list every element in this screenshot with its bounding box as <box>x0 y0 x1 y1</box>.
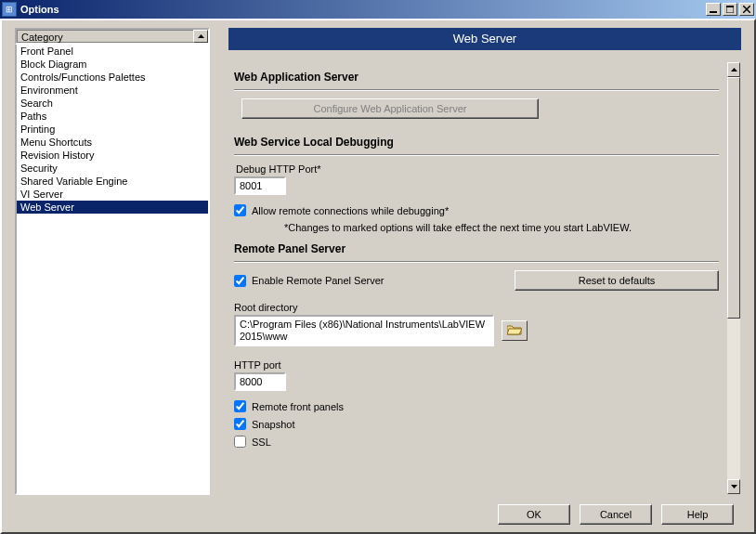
restart-note: *Changes to marked options will take eff… <box>284 222 719 233</box>
window-title: Options <box>20 4 704 15</box>
divider <box>234 154 719 156</box>
app-icon: ⊞ <box>2 2 17 17</box>
allow-remote-checkbox[interactable] <box>234 204 246 216</box>
title-bar: ⊞ Options <box>0 0 756 19</box>
category-item-menu-shortcuts[interactable]: Menu Shortcuts <box>17 136 208 149</box>
cancel-button[interactable]: Cancel <box>580 504 652 525</box>
page-title: Web Server <box>228 28 741 50</box>
scroll-up-button[interactable] <box>727 62 740 77</box>
category-item-environment[interactable]: Environment <box>17 84 208 97</box>
svg-marker-9 <box>731 485 737 488</box>
category-item-revision-history[interactable]: Revision History <box>17 149 208 162</box>
svg-marker-8 <box>731 68 737 72</box>
category-item-block-diagram[interactable]: Block Diagram <box>17 58 208 71</box>
snapshot-checkbox[interactable] <box>234 418 246 430</box>
category-item-web-server[interactable]: Web Server <box>17 201 208 214</box>
ssl-label: SSL <box>252 436 271 448</box>
browse-folder-button[interactable] <box>502 320 528 341</box>
close-button[interactable] <box>739 3 754 16</box>
help-button[interactable]: Help <box>661 504 734 525</box>
category-item-controls-functions-palettes[interactable]: Controls/Functions Palettes <box>17 71 208 84</box>
http-port-input[interactable] <box>234 372 286 391</box>
root-dir-input[interactable]: C:\Program Files (x86)\National Instrume… <box>234 315 494 346</box>
root-dir-label: Root directory <box>234 302 719 313</box>
snapshot-label: Snapshot <box>252 419 294 430</box>
category-item-security[interactable]: Security <box>17 162 208 175</box>
minimize-button[interactable] <box>706 3 721 16</box>
client-area: Category Front PanelBlock DiagramControl… <box>0 19 756 534</box>
section-debugging: Web Service Local Debugging <box>234 136 719 149</box>
section-remote-panel: Remote Panel Server <box>234 242 719 255</box>
category-list[interactable]: Front PanelBlock DiagramControls/Functio… <box>15 45 210 495</box>
settings-pane: Web Server Web Application Server Config… <box>228 28 741 495</box>
category-header-label: Category <box>17 30 193 43</box>
reset-defaults-button[interactable]: Reset to defaults <box>515 270 719 291</box>
category-item-front-panel[interactable]: Front Panel <box>17 45 208 58</box>
category-panel: Category Front PanelBlock DiagramControl… <box>15 28 210 495</box>
category-item-shared-variable-engine[interactable]: Shared Variable Engine <box>17 175 208 188</box>
maximize-button[interactable] <box>723 3 737 16</box>
ssl-checkbox[interactable] <box>234 436 246 448</box>
debug-port-input[interactable] <box>234 176 286 195</box>
category-item-printing[interactable]: Printing <box>17 123 208 136</box>
page-body: Web Application Server Configure Web App… <box>228 61 724 495</box>
dialog-button-bar: OK Cancel Help <box>498 504 734 525</box>
enable-remote-checkbox[interactable] <box>234 275 246 287</box>
category-item-search[interactable]: Search <box>17 97 208 110</box>
remote-front-panels-label: Remote front panels <box>252 401 344 412</box>
section-web-app-server: Web Application Server <box>234 71 719 84</box>
debug-port-label: Debug HTTP Port* <box>236 163 719 175</box>
page-scrollbar[interactable] <box>726 61 741 495</box>
divider <box>234 261 719 263</box>
svg-rect-0 <box>710 11 717 13</box>
category-header: Category <box>15 28 210 45</box>
http-port-label: HTTP port <box>234 359 719 371</box>
enable-remote-label: Enable Remote Panel Server <box>252 275 384 286</box>
content-area: Category Front PanelBlock DiagramControl… <box>15 28 741 495</box>
svg-marker-7 <box>507 329 522 334</box>
ok-button[interactable]: OK <box>498 504 570 525</box>
category-scroll-up[interactable] <box>193 30 208 43</box>
folder-icon <box>507 324 522 337</box>
scroll-thumb[interactable] <box>727 77 740 319</box>
remote-front-panels-checkbox[interactable] <box>234 400 246 412</box>
configure-web-app-button[interactable]: Configure Web Application Server <box>241 98 539 119</box>
svg-marker-5 <box>198 34 204 38</box>
svg-rect-2 <box>726 6 734 7</box>
category-item-paths[interactable]: Paths <box>17 110 208 123</box>
divider <box>234 89 719 91</box>
category-item-vi-server[interactable]: VI Server <box>17 188 208 201</box>
allow-remote-label: Allow remote connections while debugging… <box>252 205 449 216</box>
scroll-down-button[interactable] <box>727 479 740 494</box>
page-body-wrap: Web Application Server Configure Web App… <box>228 61 741 495</box>
